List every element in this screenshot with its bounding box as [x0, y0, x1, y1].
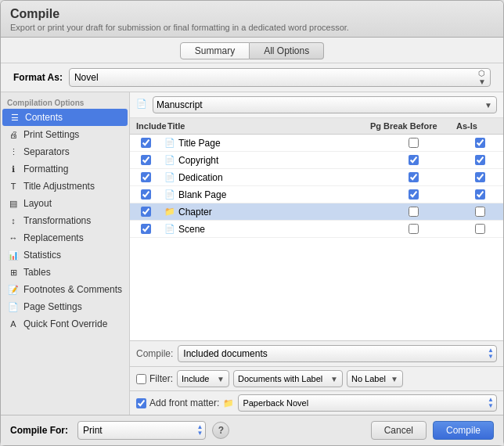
sidebar-item-replacements-label: Replacements	[23, 232, 84, 243]
quick-font-icon: A	[7, 318, 20, 330]
row-title-3: Dedication	[178, 172, 223, 183]
include-checkbox-4[interactable]	[141, 189, 151, 200]
row-title-6: Scene	[178, 224, 205, 235]
as-is-5[interactable]	[475, 207, 485, 217]
include-checkbox-2[interactable]	[141, 155, 151, 165]
doc-icon-6: 📄	[164, 224, 175, 234]
doc-icon-4: 📄	[164, 189, 175, 200]
col-include: Include	[133, 120, 164, 132]
tab-all-options[interactable]: All Options	[250, 42, 324, 59]
window-title: Compile	[10, 7, 494, 21]
page-settings-icon: 📄	[7, 300, 20, 313]
folder-icon-5: 📁	[164, 207, 175, 217]
filter-checkbox-label: Filter:	[136, 373, 173, 384]
doc-icon-2: 📄	[164, 155, 175, 165]
window-subtitle: Export or print your draft for submissio…	[10, 23, 494, 32]
sidebar-section-label: Compilation Options	[1, 95, 129, 109]
compile-for-select[interactable]: Print PDF RTF DOCX	[77, 421, 206, 440]
pg-break-5[interactable]	[409, 207, 419, 217]
manuscript-icon: 📄	[136, 99, 149, 111]
sidebar-item-contents[interactable]: ☰ Contents	[2, 109, 128, 126]
compile-for-label: Compile For:	[10, 425, 68, 436]
row-title-2: Copyright	[178, 155, 218, 166]
sidebar-item-statistics-label: Statistics	[23, 250, 61, 261]
doc-icon-1: 📄	[164, 138, 175, 148]
tab-summary[interactable]: Summary	[180, 42, 250, 59]
sidebar-item-quick-font[interactable]: A Quick Font Override	[1, 315, 129, 333]
cancel-button[interactable]: Cancel	[371, 421, 427, 440]
include-checkbox-6[interactable]	[141, 224, 151, 234]
layout-icon: ▤	[7, 197, 20, 210]
include-checkbox-5[interactable]	[141, 207, 151, 217]
col-as-is: As-Is	[453, 120, 500, 132]
separators-icon: ⋮	[7, 146, 20, 158]
pg-break-1[interactable]	[409, 138, 419, 148]
sidebar-item-layout[interactable]: ▤ Layout	[1, 195, 129, 212]
include-checkbox-1[interactable]	[141, 138, 151, 148]
contents-icon: ☰	[9, 111, 21, 124]
sidebar-item-quick-font-label: Quick Font Override	[23, 318, 107, 329]
sidebar-item-contents-label: Contents	[25, 112, 63, 123]
sidebar-item-formatting[interactable]: ℹ Formatting	[1, 160, 129, 178]
compile-label: Compile:	[136, 348, 173, 359]
sidebar-item-print-settings[interactable]: 🖨 Print Settings	[1, 126, 129, 143]
sidebar-item-title-adj-label: Title Adjustments	[23, 181, 95, 192]
sidebar-item-title-adjustments[interactable]: T Title Adjustments	[1, 178, 129, 195]
sidebar-item-tables-label: Tables	[23, 267, 51, 278]
sidebar-item-page-settings-label: Page Settings	[23, 301, 82, 312]
table-row: 📁 Chapter	[130, 203, 503, 221]
front-matter-checkbox-label: Add front matter:	[136, 397, 219, 408]
as-is-3[interactable]	[475, 172, 485, 182]
title-adj-icon: T	[7, 180, 20, 192]
pg-break-2[interactable]	[409, 155, 419, 165]
row-title-4: Blank Page	[178, 189, 226, 200]
pg-break-6[interactable]	[409, 224, 419, 234]
sidebar-item-page-settings[interactable]: 📄 Page Settings	[1, 298, 129, 315]
tables-icon: ⊞	[7, 266, 20, 279]
as-is-6[interactable]	[475, 224, 485, 234]
format-as-select[interactable]: Novel Short Story Screenplay	[69, 68, 491, 87]
as-is-2[interactable]	[475, 155, 485, 165]
front-matter-label: Add front matter:	[149, 397, 219, 408]
sidebar-item-layout-label: Layout	[23, 198, 52, 209]
filter-label-select[interactable]: No Label Label 1	[347, 370, 403, 387]
table-row: 📄 Dedication	[130, 169, 503, 186]
sidebar-item-transformations-label: Transformations	[23, 215, 91, 226]
footnotes-icon: 📝	[7, 283, 20, 296]
row-title-5: Chapter	[178, 207, 212, 218]
sidebar-item-print-settings-label: Print Settings	[23, 129, 79, 140]
filter-docs-select[interactable]: Documents with Label Documents with Stat…	[233, 370, 343, 387]
manuscript-select[interactable]: Manuscript Draft	[153, 96, 497, 113]
sidebar-item-replacements[interactable]: ↔ Replacements	[1, 229, 129, 246]
pg-break-4[interactable]	[409, 189, 419, 200]
print-settings-icon: 🖨	[7, 128, 20, 141]
replacements-icon: ↔	[7, 232, 20, 244]
sidebar-item-separators-label: Separators	[23, 146, 70, 157]
sidebar-item-footnotes[interactable]: 📝 Footnotes & Comments	[1, 281, 129, 298]
transformations-icon: ↕	[7, 214, 20, 227]
filter-checkbox[interactable]	[136, 374, 146, 384]
front-matter-checkbox[interactable]	[136, 398, 146, 408]
table-row: 📄 Copyright	[130, 152, 503, 169]
as-is-4[interactable]	[475, 189, 485, 200]
as-is-1[interactable]	[475, 138, 485, 148]
row-title-1: Title Page	[178, 138, 221, 149]
compile-button[interactable]: Compile	[433, 421, 494, 440]
filter-include-select[interactable]: Include Exclude	[177, 370, 229, 387]
sidebar-item-footnotes-label: Footnotes & Comments	[23, 284, 122, 295]
pg-break-3[interactable]	[409, 172, 419, 182]
sidebar-item-transformations[interactable]: ↕ Transformations	[1, 212, 129, 229]
sidebar-item-statistics[interactable]: 📊 Statistics	[1, 246, 129, 264]
compile-select[interactable]: Included documents All documents	[178, 345, 497, 362]
include-checkbox-3[interactable]	[141, 172, 151, 182]
front-matter-select[interactable]: Paperback Novel Hardback Novel E-Book	[238, 394, 497, 412]
sidebar-item-tables[interactable]: ⊞ Tables	[1, 264, 129, 281]
col-title: Title	[164, 120, 367, 132]
table-row: 📄 Scene	[130, 221, 503, 238]
sidebar-item-separators[interactable]: ⋮ Separators	[1, 143, 129, 160]
table-row: 📄 Blank Page	[130, 186, 503, 203]
front-matter-icon: 📁	[223, 398, 234, 408]
sidebar-item-formatting-label: Formatting	[23, 164, 68, 174]
help-button[interactable]: ?	[212, 422, 229, 439]
col-pg-break: Pg Break Before	[367, 120, 453, 132]
